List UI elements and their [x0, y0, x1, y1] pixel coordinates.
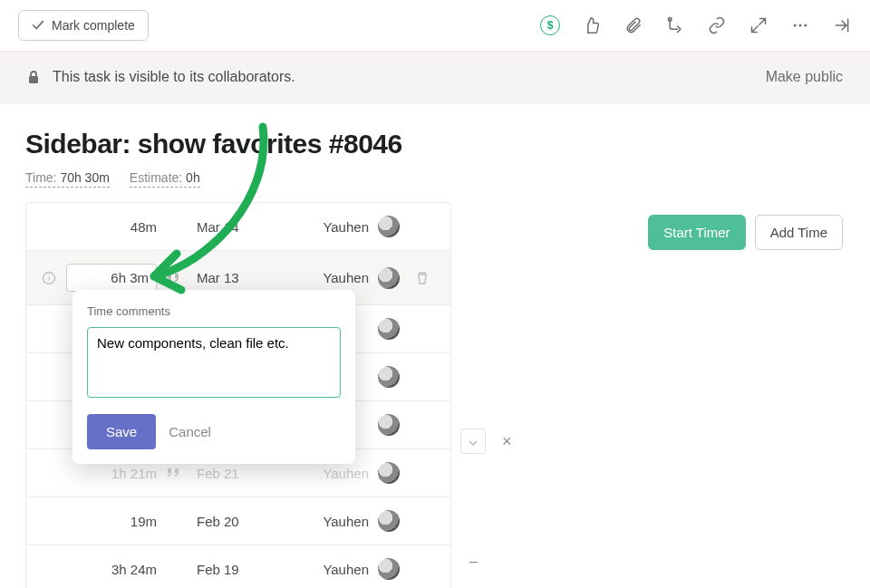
entry-duration: 48m — [66, 219, 157, 235]
add-time-button[interactable]: Add Time — [755, 215, 843, 250]
entry-user: Yauhen — [305, 562, 369, 577]
entry-user: Yauhen — [305, 219, 369, 235]
thumbs-up-icon[interactable] — [582, 15, 602, 35]
start-timer-button[interactable]: Start Timer — [648, 215, 745, 250]
time-entry[interactable]: 19m Feb 20 Yauhen — [26, 496, 450, 545]
avatar — [378, 216, 400, 237]
visibility-text: This task is visible to its collaborator… — [53, 69, 295, 85]
info-icon[interactable]: i — [41, 270, 57, 286]
quote-icon[interactable] — [166, 273, 188, 284]
time-entry[interactable]: 48m Mar 14 Yauhen — [26, 203, 450, 250]
avatar — [378, 366, 400, 388]
close-icon[interactable]: × — [502, 432, 512, 451]
avatar — [378, 414, 400, 436]
expand-icon[interactable] — [749, 15, 768, 35]
avatar — [378, 462, 400, 484]
entry-duration: 19m — [66, 514, 157, 529]
svg-rect-5 — [29, 76, 38, 83]
avatar — [378, 558, 400, 580]
quote-icon[interactable] — [166, 468, 188, 478]
entry-duration: 3h 24m — [66, 562, 157, 577]
cancel-button[interactable]: Cancel — [169, 424, 211, 439]
entry-user: Yauhen — [305, 270, 369, 285]
estimate-summary[interactable]: Estimate: 0h — [130, 170, 200, 188]
link-icon[interactable] — [707, 15, 727, 35]
dollar-icon[interactable]: $ — [540, 15, 560, 35]
avatar — [378, 318, 400, 340]
time-entry[interactable]: 3h 24m Feb 19 Yauhen — [26, 545, 450, 588]
entry-date: Feb 21 — [197, 466, 296, 481]
more-icon[interactable] — [790, 15, 810, 35]
entry-duration: 1h 21m — [66, 466, 157, 481]
task-title: Sidebar: show favorites #8046 — [25, 129, 843, 159]
save-button[interactable]: Save — [87, 414, 156, 449]
attachment-icon[interactable] — [624, 15, 643, 35]
entry-duration-input[interactable]: 6h 3m — [66, 264, 157, 292]
entry-date: Feb 19 — [197, 562, 296, 577]
time-comment-input[interactable]: New components, clean file etc. — [87, 327, 341, 398]
svg-text:i: i — [48, 274, 50, 283]
lock-icon — [27, 70, 40, 84]
chevron-down-icon[interactable] — [469, 440, 478, 446]
estimate-value: 0h — [186, 170, 200, 185]
dash-placeholder: – — [469, 554, 478, 570]
check-icon — [32, 19, 44, 32]
time-label: Time: — [25, 170, 56, 185]
svg-point-2 — [794, 24, 797, 27]
entry-user: Yauhen — [305, 466, 369, 481]
avatar — [378, 510, 400, 532]
entry-date: Mar 13 — [197, 270, 296, 285]
info-placeholder — [41, 218, 57, 235]
collapse-icon[interactable] — [832, 15, 852, 35]
mark-complete-button[interactable]: Mark complete — [18, 10, 149, 41]
avatar — [378, 267, 400, 289]
time-comment-popover: Time comments New components, clean file… — [72, 290, 355, 464]
mark-complete-label: Mark complete — [52, 18, 135, 33]
time-summary[interactable]: Time: 70h 30m — [25, 170, 110, 188]
trash-icon[interactable] — [414, 270, 430, 286]
entry-user: Yauhen — [305, 514, 369, 529]
popover-title: Time comments — [87, 304, 341, 318]
time-value: 70h 30m — [60, 170, 109, 185]
svg-point-3 — [799, 24, 802, 27]
svg-point-4 — [804, 24, 807, 27]
subtask-icon[interactable] — [665, 15, 685, 35]
svg-text:$: $ — [547, 19, 554, 32]
make-public-button[interactable]: Make public — [766, 69, 843, 85]
entry-date: Mar 14 — [197, 219, 296, 235]
entry-date: Feb 20 — [197, 514, 296, 529]
estimate-label: Estimate: — [130, 170, 182, 185]
